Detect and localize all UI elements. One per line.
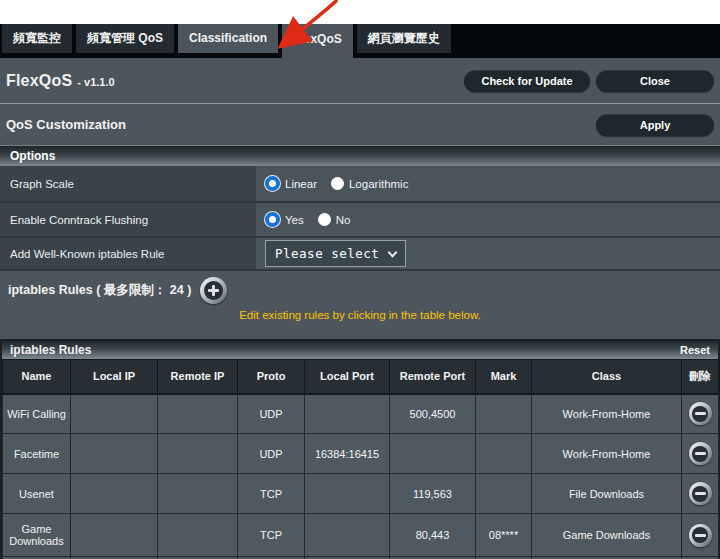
col-remote-port: Remote Port xyxy=(390,360,476,394)
edit-rules-hint: Edit existing rules by clicking in the t… xyxy=(0,309,720,329)
cell-mark[interactable] xyxy=(476,474,532,514)
iptables-rules-table-title: iptables Rules xyxy=(10,343,91,357)
cell-name[interactable]: Game Downloads xyxy=(3,514,71,557)
cell-remote-port[interactable] xyxy=(390,434,476,474)
version-label: - v1.1.0 xyxy=(77,76,114,88)
flexqos-header: FlexQoS - v1.1.0 Check for Update Close xyxy=(0,58,720,104)
browser-whitespace xyxy=(0,0,720,24)
minus-icon xyxy=(692,486,708,502)
graph-scale-row: Graph Scale Linear Logarithmic xyxy=(0,166,720,203)
cell-name[interactable]: Usenet xyxy=(3,474,71,514)
cell-delete xyxy=(682,474,719,514)
radio-selected-icon[interactable] xyxy=(265,212,280,227)
cell-class[interactable]: Game Downloads xyxy=(532,514,682,557)
iptables-rules-table-section: iptables Rules Reset Name Local IP Remot… xyxy=(0,339,720,559)
cell-remote-port[interactable]: 119,563 xyxy=(390,474,476,514)
cell-local-port[interactable] xyxy=(305,514,390,557)
table-row[interactable]: Facetime UDP 16384:16415 Work-From-Home xyxy=(3,434,719,474)
apply-button[interactable]: Apply xyxy=(596,114,714,136)
close-button[interactable]: Close xyxy=(596,70,714,92)
delete-rule-button[interactable] xyxy=(689,482,712,505)
cell-class[interactable]: Work-From-Home xyxy=(532,434,682,474)
radio-unselected-icon[interactable] xyxy=(331,177,344,190)
yes-label: Yes xyxy=(285,214,304,226)
cell-local-port[interactable] xyxy=(305,474,390,514)
minus-icon xyxy=(692,406,708,422)
cell-remote-ip[interactable] xyxy=(158,474,238,514)
radio-unselected-icon[interactable] xyxy=(318,213,331,226)
cell-proto[interactable]: UDP xyxy=(238,394,305,434)
cell-local-port[interactable] xyxy=(305,394,390,434)
table-row[interactable]: Usenet TCP 119,563 File Downloads xyxy=(3,474,719,514)
no-label: No xyxy=(336,214,351,226)
plus-icon xyxy=(204,281,223,300)
check-for-update-button[interactable]: Check for Update xyxy=(464,70,590,92)
iptables-rules-table: Name Local IP Remote IP Proto Local Port… xyxy=(2,359,719,559)
cell-local-ip[interactable] xyxy=(71,394,158,434)
graph-scale-linear-option[interactable]: Linear xyxy=(265,176,317,191)
graph-scale-logarithmic-option[interactable]: Logarithmic xyxy=(331,177,408,190)
tab-bar: 頻寬監控 頻寬管理 QoS Classification FlexQoS 網頁瀏… xyxy=(0,24,720,58)
conntrack-options: Yes No xyxy=(256,203,720,236)
cell-proto[interactable]: UDP xyxy=(238,434,305,474)
well-known-rule-row: Add Well-Known iptables Rule Please sele… xyxy=(0,238,720,271)
iptables-rules-heading-row: iptables Rules ( 最多限制： 24 ) xyxy=(0,271,720,309)
iptables-rules-heading: iptables Rules ( 最多限制： 24 ) xyxy=(8,282,191,299)
cell-mark[interactable]: 08**** xyxy=(476,514,532,557)
col-class: Class xyxy=(532,360,682,394)
cell-name[interactable]: Facetime xyxy=(3,434,71,474)
cell-delete xyxy=(682,514,719,557)
iptables-rules-table-title-bar: iptables Rules Reset xyxy=(2,341,718,359)
cell-remote-ip[interactable] xyxy=(158,514,238,557)
radio-selected-icon[interactable] xyxy=(265,176,280,191)
cell-proto[interactable]: TCP xyxy=(238,474,305,514)
conntrack-label: Enable Conntrack Flushing xyxy=(0,203,256,236)
cell-local-ip[interactable] xyxy=(71,514,158,557)
cell-remote-ip[interactable] xyxy=(158,434,238,474)
linear-label: Linear xyxy=(285,178,317,190)
table-row[interactable]: WiFi Calling UDP 500,4500 Work-From-Home xyxy=(3,394,719,434)
table-header-row: Name Local IP Remote IP Proto Local Port… xyxy=(3,360,719,394)
options-section-title: Options xyxy=(0,145,720,166)
qos-customization-row: QoS Customization Apply xyxy=(0,104,720,145)
delete-rule-button[interactable] xyxy=(689,402,712,425)
tab-web-history[interactable]: 網頁瀏覽歷史 xyxy=(357,24,451,53)
graph-scale-label: Graph Scale xyxy=(0,166,256,201)
tab-qos-management[interactable]: 頻寬管理 QoS xyxy=(76,24,174,53)
options-title-label: Options xyxy=(10,149,55,163)
conntrack-no-option[interactable]: No xyxy=(318,213,351,226)
col-remote-ip: Remote IP xyxy=(158,360,238,394)
cell-mark[interactable] xyxy=(476,434,532,474)
cell-mark[interactable] xyxy=(476,394,532,434)
tab-classification[interactable]: Classification xyxy=(178,24,278,53)
delete-rule-button[interactable] xyxy=(689,442,712,465)
cell-local-ip[interactable] xyxy=(71,474,158,514)
tab-flexqos[interactable]: FlexQoS xyxy=(282,24,353,58)
tab-bandwidth-monitor[interactable]: 頻寬監控 xyxy=(2,24,72,53)
cell-remote-ip[interactable] xyxy=(158,394,238,434)
cell-delete xyxy=(682,394,719,434)
cell-remote-port[interactable]: 80,443 xyxy=(390,514,476,557)
cell-name[interactable]: WiFi Calling xyxy=(3,394,71,434)
col-proto: Proto xyxy=(238,360,305,394)
conntrack-row: Enable Conntrack Flushing Yes No xyxy=(0,203,720,238)
cell-remote-port[interactable]: 500,4500 xyxy=(390,394,476,434)
cell-class[interactable]: Work-From-Home xyxy=(532,394,682,434)
well-known-rule-label: Add Well-Known iptables Rule xyxy=(0,238,256,269)
flexqos-page: 頻寬監控 頻寬管理 QoS Classification FlexQoS 網頁瀏… xyxy=(0,0,720,559)
delete-rule-button[interactable] xyxy=(689,524,712,547)
add-rule-button[interactable] xyxy=(200,277,227,304)
well-known-rule-select[interactable]: Please select xyxy=(265,240,406,267)
col-local-port: Local Port xyxy=(305,360,390,394)
conntrack-yes-option[interactable]: Yes xyxy=(265,212,304,227)
cell-proto[interactable]: TCP xyxy=(238,514,305,557)
col-name: Name xyxy=(3,360,71,394)
cell-local-ip[interactable] xyxy=(71,434,158,474)
well-known-rule-value: Please select xyxy=(256,238,720,269)
reset-button[interactable]: Reset xyxy=(680,344,710,356)
cell-class[interactable]: File Downloads xyxy=(532,474,682,514)
table-row[interactable]: Game Downloads TCP 80,443 08**** Game Do… xyxy=(3,514,719,557)
col-delete: 刪除 xyxy=(682,360,719,394)
cell-local-port[interactable]: 16384:16415 xyxy=(305,434,390,474)
chevron-down-icon xyxy=(388,247,398,257)
